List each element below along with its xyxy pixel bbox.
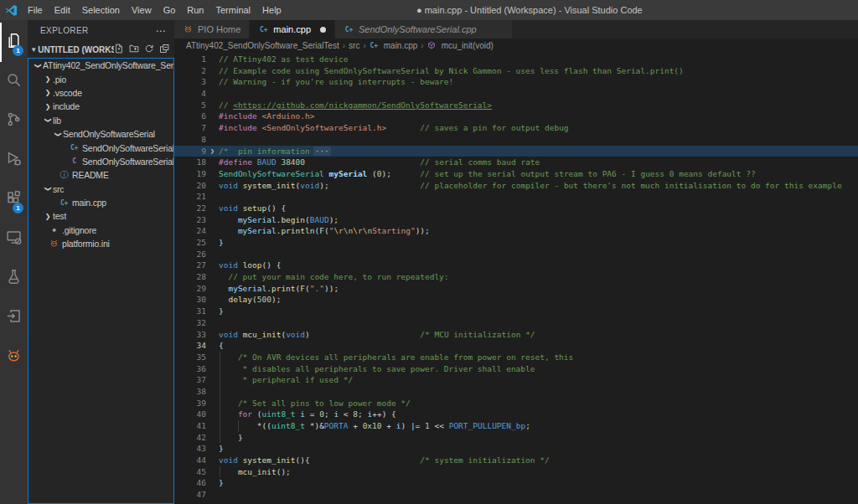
line-number[interactable]: 42 — [174, 432, 206, 444]
activity-remote-explorer[interactable] — [0, 219, 28, 259]
code-line-28: 28 // put your main code here, to run re… — [174, 271, 858, 283]
git-file-icon: ◆ — [49, 226, 59, 234]
more-actions-icon[interactable]: ⋯ — [156, 25, 166, 37]
menu-go[interactable]: Go — [158, 5, 182, 15]
line-number[interactable]: 4 — [174, 88, 206, 100]
line-number[interactable]: 45 — [174, 466, 206, 478]
code-line-3: 3 // Warning - if you're using interrupt… — [174, 76, 858, 88]
activity-search[interactable] — [0, 62, 28, 101]
code-text: /* pin information··· — [219, 146, 858, 157]
tree-item-platformio-ini[interactable]: platformio.ini — [28, 237, 173, 250]
tree-item-sendonlysoftwareserial[interactable]: ❯SendOnlySoftwareSerial — [28, 127, 173, 141]
activity-run-debug[interactable] — [0, 141, 28, 180]
code-text: void loop() { — [219, 260, 858, 271]
fold-gutter — [206, 477, 219, 489]
tab-sendonlysoftwareserial-cpp[interactable]: C+ SendOnlySoftwareSerial.cpp — [335, 20, 513, 39]
line-number[interactable]: 27 — [174, 260, 206, 271]
line-number[interactable]: 32 — [174, 317, 206, 329]
activity-test[interactable] — [0, 259, 28, 298]
tree-item-attiny402-sendonlysoftware-seri[interactable]: ❯ATtiny402_SendOnlySoftware_Seri... — [28, 59, 173, 72]
line-number[interactable]: 47 — [174, 489, 206, 501]
breadcrumb-mcu-init-void[interactable]: mcu_init(void) — [427, 41, 494, 50]
tree-item-sendonlysoftwareserial-h[interactable]: CSendOnlySoftwareSerial.h — [28, 155, 173, 168]
line-number[interactable]: 26 — [174, 249, 206, 260]
line-number[interactable]: 7 — [174, 122, 206, 134]
tree-item-lib[interactable]: ❯lib — [28, 114, 173, 127]
tree-item-src[interactable]: ❯src — [28, 183, 173, 196]
line-number[interactable]: 21 — [174, 191, 206, 203]
line-number[interactable]: 39 — [174, 398, 206, 409]
tree-item-gitignore[interactable]: ◆.gitignore — [28, 224, 173, 237]
line-number[interactable]: 9 — [174, 146, 206, 157]
menu-selection[interactable]: Selection — [76, 5, 126, 15]
menu-terminal[interactable]: Terminal — [210, 5, 257, 15]
activity-extensions[interactable]: 1 — [0, 180, 28, 219]
line-number[interactable]: 29 — [174, 283, 206, 295]
refresh-explorer-icon[interactable] — [144, 44, 154, 55]
activity-explorer[interactable]: 1 — [0, 23, 28, 62]
line-number[interactable]: 41 — [174, 420, 206, 432]
tree-item-include[interactable]: ❯include — [28, 100, 173, 113]
line-number[interactable]: 20 — [174, 180, 206, 192]
line-number[interactable]: 24 — [174, 225, 206, 237]
fold-expand-icon[interactable]: ❯ — [206, 146, 219, 157]
line-number[interactable]: 18 — [174, 157, 206, 168]
tree-item-pio[interactable]: ❯.pio — [28, 72, 173, 85]
fold-gutter — [206, 443, 219, 455]
line-number[interactable]: 36 — [174, 363, 206, 375]
line-number[interactable]: 34 — [174, 340, 206, 352]
code-text: *((uint8_t *)&PORTA + 0x10 + i) |= 1 << … — [219, 420, 858, 432]
tab-pio-home[interactable]: PIO Home — [174, 20, 250, 39]
line-number[interactable]: 6 — [174, 111, 206, 122]
activity-project-tasks[interactable] — [0, 298, 28, 337]
menu-file[interactable]: File — [22, 5, 49, 15]
line-number[interactable]: 2 — [174, 65, 206, 77]
tree-item-vscode[interactable]: ❯.vscode — [28, 86, 173, 100]
breadcrumb-src[interactable]: src — [349, 41, 359, 50]
workspace-section-header[interactable]: ▼ UNTITLED (WORKSPA... — [28, 41, 174, 58]
activity-source-control[interactable] — [0, 101, 28, 141]
menu-help[interactable]: Help — [256, 5, 287, 15]
breadcrumb-main-cpp[interactable]: C+main.cpp — [370, 41, 418, 50]
line-number[interactable]: 23 — [174, 214, 206, 226]
line-number[interactable]: 46 — [174, 477, 206, 489]
activity-platformio[interactable] — [0, 337, 28, 377]
line-number[interactable]: 40 — [174, 409, 206, 420]
menu-view[interactable]: View — [126, 5, 158, 15]
menu-run[interactable]: Run — [181, 5, 209, 15]
line-number[interactable]: 1 — [174, 54, 206, 65]
tree-item-main-cpp[interactable]: C+main.cpp — [28, 196, 173, 209]
breadcrumb-attiny402-sendonlysoftware-serialtest[interactable]: ATtiny402_SendOnlySoftware_SerialTest — [186, 41, 339, 50]
line-number[interactable]: 31 — [174, 306, 206, 317]
fold-gutter — [206, 214, 219, 226]
modified-dot[interactable] — [320, 27, 326, 33]
line-number[interactable]: 38 — [174, 386, 206, 398]
tab-main-cpp[interactable]: C+ main.cpp — [250, 20, 335, 39]
line-number[interactable]: 19 — [174, 168, 206, 180]
collapse-folders-icon[interactable] — [159, 44, 169, 55]
fold-gutter — [206, 111, 219, 122]
line-number[interactable]: 30 — [174, 294, 206, 306]
code-text: for (uint8_t i = 0; i < 8; i++) { — [219, 409, 858, 420]
line-number[interactable]: 22 — [174, 203, 206, 214]
code-editor[interactable]: 1 // ATtiny402 as test device 2 // Examp… — [174, 52, 858, 504]
new-folder-icon[interactable] — [129, 44, 139, 55]
line-number[interactable]: 43 — [174, 443, 206, 455]
line-number[interactable]: 37 — [174, 374, 206, 386]
line-number[interactable]: 33 — [174, 329, 206, 341]
line-number[interactable]: 44 — [174, 455, 206, 466]
fold-gutter — [206, 432, 219, 444]
tree-item-test[interactable]: ❯test — [28, 209, 173, 223]
fold-gutter — [206, 329, 219, 341]
line-number[interactable]: 25 — [174, 237, 206, 249]
menu-edit[interactable]: Edit — [49, 5, 76, 15]
line-number[interactable]: 8 — [174, 134, 206, 146]
line-number[interactable]: 35 — [174, 352, 206, 363]
code-text: mySerial.println(F("\r\n\r\nStarting")); — [219, 225, 858, 237]
tree-item-readme[interactable]: ⓘREADME — [28, 168, 173, 182]
line-number[interactable]: 5 — [174, 100, 206, 111]
line-number[interactable]: 3 — [174, 76, 206, 88]
line-number[interactable]: 28 — [174, 271, 206, 283]
tree-item-sendonlysoftwareserial-cpp[interactable]: C+SendOnlySoftwareSerial.cpp — [28, 141, 173, 154]
new-file-icon[interactable] — [114, 44, 124, 55]
